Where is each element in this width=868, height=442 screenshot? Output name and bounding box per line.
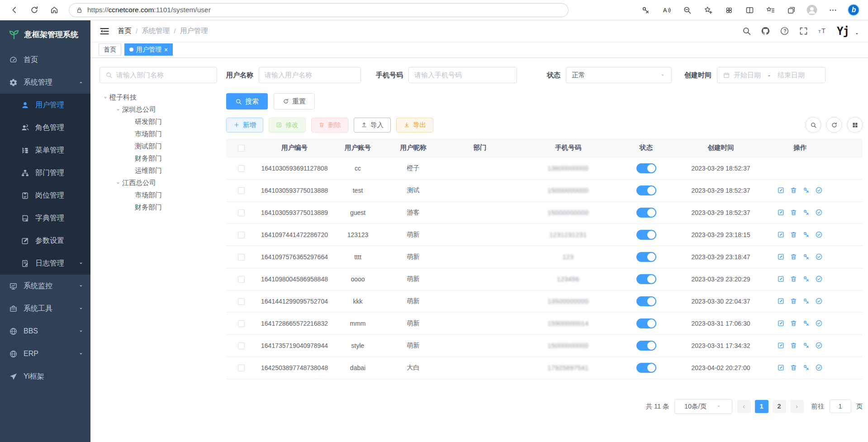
trash-icon[interactable] (790, 231, 797, 238)
trash-icon[interactable] (790, 342, 797, 349)
tab-首页[interactable]: 首页 (99, 43, 121, 56)
modify-button[interactable]: 修改 (269, 118, 306, 133)
key-icon[interactable] (802, 364, 810, 371)
edit-op-icon[interactable] (777, 364, 785, 371)
check-circle-icon[interactable] (815, 231, 823, 238)
browser-key-button[interactable] (637, 2, 654, 18)
assign-role-button[interactable] (815, 253, 823, 261)
browser-bing-button[interactable]: b (845, 2, 862, 18)
reset-button[interactable]: 重置 (274, 93, 315, 109)
sidebar-item-BBS[interactable]: BBS (0, 320, 90, 342)
status-toggle[interactable] (636, 318, 656, 328)
assign-role-button[interactable] (815, 209, 823, 216)
check-circle-icon[interactable] (815, 342, 823, 349)
sidebar-item-首页[interactable]: 首页 (0, 48, 90, 71)
header-github-button[interactable] (761, 26, 770, 36)
close-tab-icon[interactable]: × (164, 47, 168, 53)
sidebar-item-系统工具[interactable]: 系统工具 (0, 297, 90, 320)
row-checkbox[interactable] (238, 365, 245, 371)
reset-password-button[interactable] (802, 297, 810, 305)
sidebar-item-字典管理[interactable]: 字典管理 (0, 207, 90, 229)
sidebar-item-菜单管理[interactable]: 菜单管理 (0, 139, 90, 162)
key-icon[interactable] (802, 297, 810, 305)
assign-role-button[interactable] (815, 342, 823, 349)
status-toggle[interactable] (636, 230, 656, 240)
row-checkbox[interactable] (238, 298, 245, 305)
tree-node-市场部门[interactable]: 市场部门 (100, 128, 217, 140)
url-bar[interactable]: https://ccnetcore.com:1101/system/user (69, 3, 569, 17)
row-checkbox[interactable] (238, 209, 245, 216)
sidebar-toggle-button[interactable] (99, 25, 110, 37)
browser-read-aloud-button[interactable]: A (658, 2, 674, 18)
browser-collections-button[interactable] (783, 2, 799, 18)
status-toggle[interactable] (636, 341, 656, 351)
sidebar-item-系统管理[interactable]: 系统管理 (0, 71, 90, 94)
browser-split-screen-button[interactable] (741, 2, 758, 18)
edit-user-button[interactable] (777, 297, 785, 305)
delete-user-button[interactable] (790, 364, 797, 371)
select-all-checkbox[interactable] (238, 145, 245, 152)
user-avatar[interactable]: Yj (837, 25, 849, 38)
status-toggle[interactable] (636, 252, 656, 262)
delete-user-button[interactable] (790, 231, 797, 238)
delete-button[interactable]: 删除 (311, 118, 348, 133)
header-fullscreen-button[interactable] (799, 26, 808, 36)
edit-op-icon[interactable] (777, 186, 785, 194)
assign-role-button[interactable] (815, 364, 823, 371)
browser-home-button[interactable] (46, 2, 62, 18)
search-icon[interactable] (742, 26, 751, 36)
assign-role-button[interactable] (815, 231, 823, 238)
trash-icon[interactable] (790, 209, 797, 216)
trash-icon[interactable] (790, 186, 797, 194)
reset-password-button[interactable] (802, 319, 810, 327)
row-checkbox[interactable] (238, 232, 245, 238)
browser-favorites-bar-button[interactable] (762, 2, 778, 18)
sidebar-item-系统监控[interactable]: 系统监控 (0, 275, 90, 297)
trash-icon[interactable] (790, 319, 797, 327)
question-icon[interactable]: ? (780, 26, 789, 36)
row-checkbox[interactable] (238, 342, 245, 349)
assign-role-button[interactable] (815, 297, 823, 305)
key-icon[interactable] (802, 275, 810, 283)
check-circle-icon[interactable] (815, 319, 823, 327)
status-toggle[interactable] (636, 274, 656, 284)
edit-op-icon[interactable] (777, 275, 785, 283)
row-checkbox[interactable] (238, 320, 245, 327)
status-toggle[interactable] (636, 208, 656, 218)
tree-node-财务部门[interactable]: 财务部门 (100, 201, 217, 214)
edit-op-icon[interactable] (777, 209, 785, 216)
status-toggle[interactable] (636, 363, 656, 373)
edit-user-button[interactable] (777, 342, 785, 349)
reset-password-button[interactable] (802, 364, 810, 371)
delete-user-button[interactable] (790, 275, 797, 283)
header-font-size-button[interactable]: TT (818, 26, 827, 36)
check-circle-icon[interactable] (815, 253, 823, 261)
sidebar-item-岗位管理[interactable]: 岗位管理 (0, 184, 90, 207)
key-icon[interactable] (802, 209, 810, 216)
assign-role-button[interactable] (815, 186, 823, 194)
trash-icon[interactable] (790, 364, 797, 371)
edit-user-button[interactable] (777, 186, 785, 194)
export-button[interactable]: 导出 (396, 118, 433, 133)
trash-icon[interactable] (790, 275, 797, 283)
edit-op-icon[interactable] (777, 319, 785, 327)
tree-node-测试部门[interactable]: 测试部门 (100, 140, 217, 152)
browser-extensions-button[interactable] (721, 2, 737, 18)
reset-password-button[interactable] (802, 253, 810, 261)
delete-user-button[interactable] (790, 209, 797, 216)
tree-node-研发部门[interactable]: 研发部门 (100, 116, 217, 128)
breadcrumb-item[interactable]: 系统管理 (142, 26, 170, 36)
font-size-icon[interactable]: TT (818, 26, 827, 36)
sidebar-item-日志管理[interactable]: 日志管理 (0, 252, 90, 275)
next-page-button[interactable]: › (790, 400, 804, 413)
key-icon[interactable] (802, 253, 810, 261)
tree-node-市场部门[interactable]: 市场部门 (100, 189, 217, 201)
check-circle-icon[interactable] (815, 364, 823, 371)
edit-op-icon[interactable] (777, 231, 785, 238)
edit-op-icon[interactable] (777, 253, 785, 261)
key-icon[interactable] (802, 231, 810, 238)
browser-zoom-out-button[interactable] (679, 2, 695, 18)
dept-search-input[interactable]: 请输入部门名称 (100, 67, 217, 83)
reset-password-button[interactable] (802, 209, 810, 216)
delete-user-button[interactable] (790, 297, 797, 305)
